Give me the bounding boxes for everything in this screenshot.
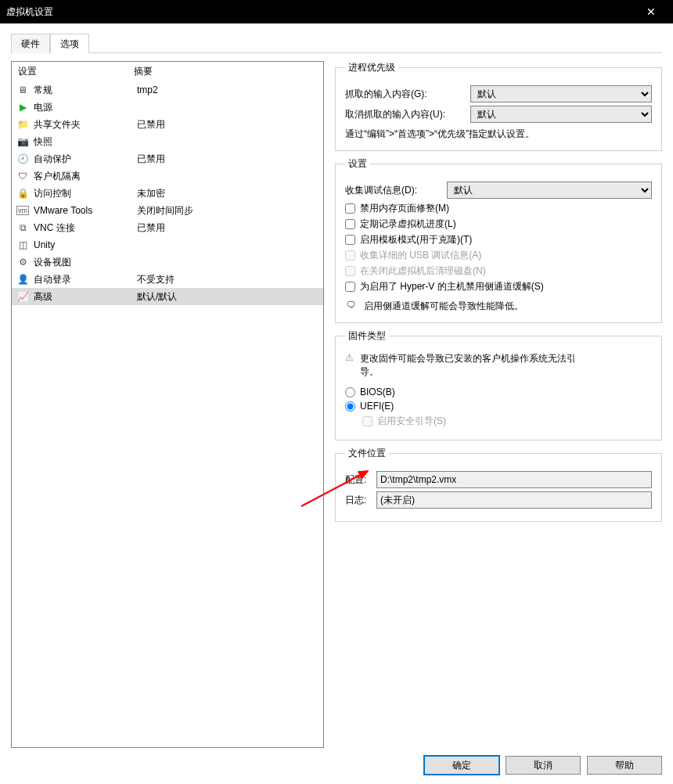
item-name: 电源 xyxy=(34,101,137,114)
list-item[interactable]: 🛡客户机隔离 xyxy=(12,167,323,185)
firmware-warn: 更改固件可能会导致已安装的客户机操作系统无法引导。 xyxy=(360,352,579,379)
item-name: Unity xyxy=(34,239,137,250)
vm-icon: vm xyxy=(16,204,29,217)
chk-usb-debug xyxy=(345,250,355,261)
item-summary: 关闭时间同步 xyxy=(137,204,319,218)
legend-fileloc: 文件位置 xyxy=(345,447,389,460)
list-item[interactable]: 👤自动登录不受支持 xyxy=(12,271,323,288)
ok-button[interactable]: 确定 xyxy=(424,756,499,775)
play-icon: ▶ xyxy=(16,101,29,113)
label-log: 日志: xyxy=(345,494,376,507)
config-path[interactable] xyxy=(376,471,652,488)
list-item[interactable]: ⧉VNC 连接已禁用 xyxy=(12,219,323,236)
item-name: 共享文件夹 xyxy=(34,118,137,131)
item-summary: 默认/默认 xyxy=(137,290,319,304)
radio-bios[interactable] xyxy=(345,387,355,397)
tabs: 硬件 选项 xyxy=(11,33,662,53)
chk-clean-disk xyxy=(345,266,355,276)
label-ungrabbed: 取消抓取的输入内容(U): xyxy=(345,108,470,121)
item-name: 自动登录 xyxy=(34,273,137,286)
titlebar: 虚拟机设置 ✕ xyxy=(0,0,673,23)
list-item[interactable]: 📈高级默认/默认 xyxy=(12,288,323,305)
device-icon: ⚙ xyxy=(16,256,29,268)
item-name: 客户机隔离 xyxy=(34,170,137,183)
item-name: VMware Tools xyxy=(34,205,137,216)
col-summary: 摘要 xyxy=(134,65,153,78)
vnc-icon: ⧉ xyxy=(16,221,29,234)
chk-sidechannel[interactable] xyxy=(345,282,355,292)
folder-icon: 📁 xyxy=(16,118,29,131)
list-item[interactable]: 📷快照 xyxy=(12,133,323,150)
warn-icon: ⚠ xyxy=(345,352,354,379)
item-summary: 未加密 xyxy=(137,187,319,200)
tab-options[interactable]: 选项 xyxy=(50,34,89,53)
group-settings: 设置 收集调试信息(D): 默认 禁用内存页面修整(M) 定期记录虚拟机进度(L… xyxy=(335,157,662,323)
col-setting: 设置 xyxy=(18,65,134,78)
list-item[interactable]: ◫Unity xyxy=(12,236,323,254)
legend-priority: 进程优先级 xyxy=(345,61,398,74)
chk-template[interactable] xyxy=(345,235,355,245)
priority-hint: 通过“编辑”>“首选项”>“优先级”指定默认设置。 xyxy=(345,128,652,141)
cancel-button[interactable]: 取消 xyxy=(506,756,581,775)
label-config: 配置: xyxy=(345,473,376,487)
item-name: VNC 连接 xyxy=(34,221,137,235)
item-name: 高级 xyxy=(34,290,137,304)
clock-icon: 🕘 xyxy=(16,153,29,165)
list-item[interactable]: 📁共享文件夹已禁用 xyxy=(12,116,323,133)
item-name: 常规 xyxy=(34,84,137,97)
select-debug[interactable]: 默认 xyxy=(447,182,652,199)
login-icon: 👤 xyxy=(16,273,29,286)
group-fileloc: 文件位置 配置: 日志: xyxy=(335,447,662,522)
select-ungrabbed[interactable]: 默认 xyxy=(470,106,652,123)
settings-list[interactable]: 设置 摘要 🖥常规tmp2▶电源📁共享文件夹已禁用📷快照🕘自动保护已禁用🛡客户机… xyxy=(11,61,324,748)
unity-icon: ◫ xyxy=(16,239,29,251)
item-name: 自动保护 xyxy=(34,153,137,166)
chk-log-progress[interactable] xyxy=(345,219,355,229)
chk-mem-trim[interactable] xyxy=(345,203,355,214)
select-grabbed[interactable]: 默认 xyxy=(470,85,652,102)
list-item[interactable]: 🖥常规tmp2 xyxy=(12,81,323,99)
window-title: 虚拟机设置 xyxy=(6,5,53,19)
group-priority: 进程优先级 抓取的输入内容(G): 默认 取消抓取的输入内容(U): 默认 通过… xyxy=(335,61,662,151)
list-item[interactable]: 🕘自动保护已禁用 xyxy=(12,150,323,167)
help-button[interactable]: 帮助 xyxy=(587,756,662,775)
list-item[interactable]: 🔒访问控制未加密 xyxy=(12,185,323,202)
tab-hardware[interactable]: 硬件 xyxy=(11,34,50,53)
close-icon[interactable]: ✕ xyxy=(635,5,667,18)
item-name: 访问控制 xyxy=(34,187,137,200)
sidechannel-note: 启用侧通道缓解可能会导致性能降低。 xyxy=(364,300,524,313)
chk-secureboot xyxy=(362,416,372,426)
label-debug: 收集调试信息(D): xyxy=(345,184,447,197)
dialog-buttons: 确定 取消 帮助 xyxy=(424,756,662,775)
item-summary: 不受支持 xyxy=(137,273,319,286)
label-grabbed: 抓取的输入内容(G): xyxy=(345,88,470,101)
item-name: 设备视图 xyxy=(34,256,137,269)
list-header: 设置 摘要 xyxy=(12,62,323,81)
list-item[interactable]: vmVMware Tools关闭时间同步 xyxy=(12,202,323,219)
monitor-icon: 🖥 xyxy=(16,84,29,96)
radio-uefi[interactable] xyxy=(345,401,355,412)
camera-icon: 📷 xyxy=(16,135,29,148)
item-summary: 已禁用 xyxy=(137,118,319,131)
lock-icon: 🔒 xyxy=(16,187,29,200)
legend-firmware: 固件类型 xyxy=(345,329,389,343)
item-summary: 已禁用 xyxy=(137,153,319,166)
list-item[interactable]: ⚙设备视图 xyxy=(12,254,323,271)
adv-icon: 📈 xyxy=(16,290,29,303)
item-name: 快照 xyxy=(34,135,137,149)
info-icon: 🗨 xyxy=(345,300,358,311)
legend-settings: 设置 xyxy=(345,157,370,171)
shield-icon: 🛡 xyxy=(16,170,29,182)
log-path[interactable] xyxy=(376,491,652,509)
list-item[interactable]: ▶电源 xyxy=(12,99,323,116)
group-firmware: 固件类型 ⚠更改固件可能会导致已安装的客户机操作系统无法引导。 BIOS(B) … xyxy=(335,329,662,441)
item-summary: tmp2 xyxy=(137,85,319,95)
item-summary: 已禁用 xyxy=(137,221,319,235)
